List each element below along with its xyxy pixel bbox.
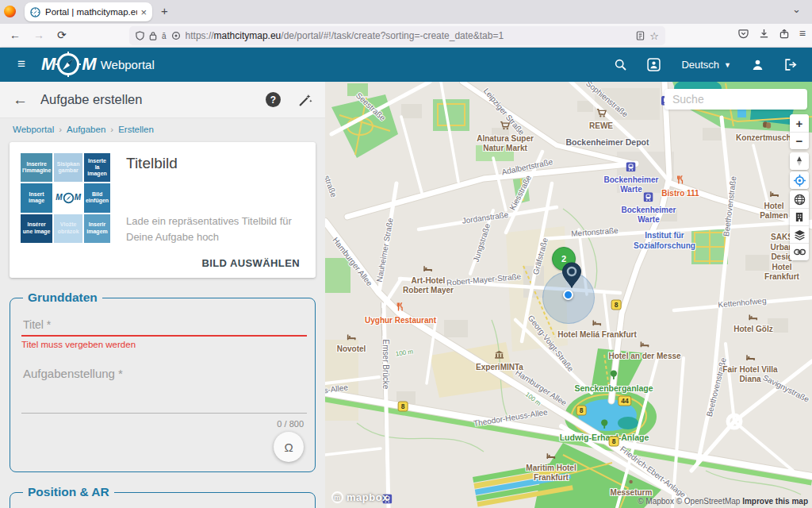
language-selector[interactable]: Deutsch▼: [681, 59, 731, 71]
insert-image-tile: Inserire l'immagine: [21, 153, 52, 182]
insert-image-tile: Inserir imagem: [84, 214, 110, 243]
reader-mode-icon[interactable]: [636, 31, 645, 40]
firefox-icon[interactable]: [4, 6, 16, 17]
globe-button[interactable]: [790, 190, 809, 208]
app-header: ≡ M M Webportal Deutsch▼: [0, 48, 812, 82]
search-icon[interactable]: [615, 59, 626, 71]
location-permission-icon[interactable]: [171, 31, 181, 40]
locate-button[interactable]: [790, 171, 809, 189]
forward-button[interactable]: →: [33, 29, 44, 41]
improve-map-link[interactable]: Improve this map: [742, 497, 808, 506]
help-button[interactable]: ?: [266, 92, 281, 107]
url-text: https://mathcitymap.eu/de/portal/#!/task…: [186, 30, 632, 41]
menu-icon[interactable]: ≡: [799, 27, 806, 40]
compass-control: [790, 152, 809, 170]
user-icon[interactable]: [752, 59, 764, 71]
compass-icon: [55, 51, 82, 78]
logout-icon[interactable]: [784, 59, 798, 71]
tab-close-icon[interactable]: ×: [140, 6, 147, 18]
card-description: Lade ein repräsentatives Titelbild für D…: [126, 214, 304, 245]
tab-title: Portal | mathcitymap.eu: [45, 7, 137, 17]
brand-name: Webportal: [101, 58, 155, 71]
breadcrumb-separator: ›: [110, 125, 113, 134]
titel-error-text: Titel muss vergeben werden: [21, 340, 304, 349]
omega-symbols-button[interactable]: Ω: [274, 432, 304, 462]
buildings-button[interactable]: [790, 208, 809, 225]
site-favicon-icon: [30, 7, 40, 17]
layers-button[interactable]: [790, 225, 809, 243]
share-icon[interactable]: [779, 29, 789, 39]
zoom-in-button[interactable]: +: [790, 114, 809, 132]
download-icon[interactable]: [759, 29, 769, 39]
map[interactable]: SeestraßeLeipziger StraßeSophienstraßeAd…: [325, 82, 812, 508]
tab-list-chevron-icon[interactable]: ⌄: [792, 3, 801, 15]
share-link-button[interactable]: [790, 243, 809, 260]
position-pin-marker[interactable]: [561, 262, 582, 292]
compass-button[interactable]: [790, 152, 809, 170]
map-search-input[interactable]: [665, 89, 807, 110]
tab-bar: Portal | mathcitymap.eu × + ⌄: [0, 0, 812, 24]
zoom-controls: + −: [790, 114, 809, 149]
browser-tab[interactable]: Portal | mathcitymap.eu ×: [25, 2, 152, 21]
titelbild-placeholder-image: Inserire l'immagineSisipkan gambarInsert…: [21, 153, 110, 243]
page-title: Aufgabe erstellen: [40, 92, 266, 107]
browser-window: Portal | mathcitymap.eu × + ⌄ ← → ⟳ ā ht…: [0, 0, 812, 508]
chevron-down-icon: ▼: [724, 61, 731, 69]
map-attribution[interactable]: © Mapbox © OpenStreetMap Improve this ma…: [638, 497, 808, 506]
position-ar-legend: Position & AR: [23, 485, 114, 499]
position-ar-section: Position & AR Position [In Karte klicken…: [10, 485, 316, 508]
reload-button[interactable]: ⟳: [57, 29, 67, 41]
task-create-panel: ← Aufgabe erstellen ? Webportal›Aufgaben…: [0, 82, 325, 508]
mapbox-circle-icon: m: [331, 491, 343, 503]
mcm-logo[interactable]: M M Webportal: [41, 51, 155, 78]
grunddaten-section: Grunddaten Titel muss vergeben werden 0 …: [10, 291, 316, 472]
locate-control: [790, 171, 809, 189]
sidebar-menu-icon[interactable]: ≡: [17, 56, 25, 72]
card-title: Titelbild: [126, 155, 304, 172]
insert-image-tile: Vložte obrázok: [54, 214, 82, 243]
breadcrumb: Webportal›Aufgaben›Erstellen: [0, 118, 325, 139]
support-icon[interactable]: [647, 58, 661, 71]
aufgabenstellung-textarea[interactable]: [21, 365, 307, 414]
url-bar[interactable]: ā https://mathcitymap.eu/de/portal/#!/ta…: [129, 26, 665, 45]
new-tab-button[interactable]: +: [161, 4, 168, 17]
browser-toolbar: ← → ⟳ ā https://mathcitymap.eu/de/portal…: [0, 24, 812, 48]
select-image-button[interactable]: BILD AUSWÄHLEN: [197, 256, 304, 270]
mapbox-logo[interactable]: m mapbox: [331, 491, 389, 503]
breadcrumb-item-erstellen[interactable]: Erstellen: [118, 125, 154, 134]
breadcrumb-item-webportal[interactable]: Webportal: [13, 125, 54, 134]
char-counter: 0 / 800: [21, 419, 304, 429]
grunddaten-legend: Grunddaten: [23, 291, 102, 305]
panel-toolbar: ← Aufgabe erstellen ?: [0, 82, 325, 118]
zoom-out-button[interactable]: −: [790, 132, 809, 149]
map-tools: [790, 190, 809, 260]
insert-image-tile: Inserte la imagen: [84, 153, 110, 182]
compass-icon: [63, 192, 75, 204]
mcm-logo-tile: MM: [54, 183, 82, 212]
lock-icon[interactable]: [149, 31, 157, 40]
current-location-dot: [563, 290, 573, 300]
insert-image-tile: Bild einfügen: [84, 183, 110, 212]
shield-icon[interactable]: [136, 31, 144, 40]
back-button[interactable]: ←: [10, 29, 21, 41]
titel-input[interactable]: [21, 314, 307, 337]
wizard-wand-icon[interactable]: [298, 93, 312, 107]
insert-image-tile: Insérer une image: [21, 214, 52, 243]
pocket-icon[interactable]: [738, 29, 749, 39]
breadcrumb-separator: ›: [59, 125, 62, 134]
bookmark-star-icon[interactable]: ☆: [649, 30, 659, 42]
breadcrumb-item-aufgaben[interactable]: Aufgaben: [67, 125, 105, 134]
insert-image-tile: Sisipkan gambar: [54, 153, 82, 182]
back-arrow-icon[interactable]: ←: [13, 91, 28, 109]
insert-image-tile: Insert image: [21, 183, 52, 212]
titelbild-card: Inserire l'immagineSisipkan gambarInsert…: [10, 142, 316, 278]
translate-icon[interactable]: ā: [162, 32, 167, 40]
